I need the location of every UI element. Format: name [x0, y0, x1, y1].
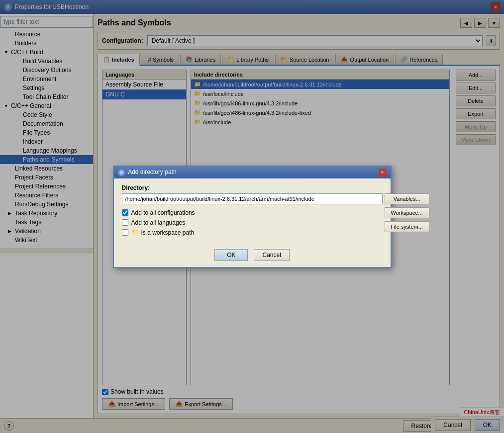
- variables-button[interactable]: Variables...: [385, 193, 429, 204]
- add-directory-dialog: ⚙ Add directory path × Directory: Variab…: [113, 166, 392, 268]
- modal-icon: ⚙: [118, 169, 125, 176]
- checkbox-icon-is-workspace: 📁: [131, 229, 138, 236]
- modal-checkbox-row-add-all-configs: Add to all configurations: [122, 209, 383, 216]
- modal-relative-wrap: Directory: Variables... Workspace... Fil…: [122, 184, 383, 236]
- modal-cancel-button[interactable]: Cancel: [254, 249, 289, 261]
- workspace-button[interactable]: Workspace...: [385, 207, 429, 218]
- modal-ok-button[interactable]: OK: [214, 249, 248, 261]
- modal-checkbox-row-add-all-langs: Add to all languages: [122, 219, 383, 226]
- modal-checkbox-add-all-configs[interactable]: [122, 209, 128, 216]
- checkbox-label-is-workspace: Is a workspace path: [141, 229, 195, 236]
- modal-title-left: ⚙ Add directory path: [118, 169, 177, 176]
- modal-title-text: Add directory path: [128, 169, 176, 175]
- modal-close-button[interactable]: ×: [379, 169, 387, 176]
- checkbox-label-add-all-langs: Add to all languages: [131, 219, 186, 226]
- modal-checkbox-add-all-langs[interactable]: [122, 219, 128, 226]
- checkbox-label-add-all-configs: Add to all configurations: [131, 209, 195, 216]
- file-system-button[interactable]: File system...: [385, 221, 429, 232]
- modal-footer: OK Cancel: [114, 245, 391, 267]
- modal-overlay: ⚙ Add directory path × Directory: Variab…: [0, 0, 504, 433]
- modal-checkbox-row-is-workspace: 📁 Is a workspace path: [122, 229, 383, 236]
- modal-title-bar: ⚙ Add directory path ×: [114, 167, 391, 178]
- directory-input[interactable]: [122, 193, 383, 204]
- modal-body: Directory: Variables... Workspace... Fil…: [114, 178, 391, 245]
- modal-checkbox-is-workspace[interactable]: [122, 229, 128, 236]
- directory-label: Directory:: [122, 184, 383, 191]
